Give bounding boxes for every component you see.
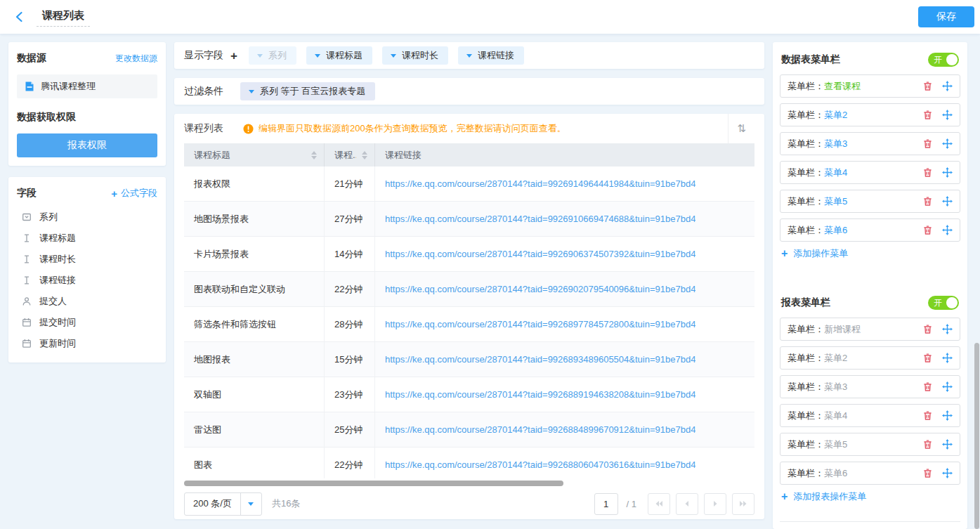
page-title[interactable]: 课程列表 [37,8,90,27]
page-input[interactable] [594,493,618,515]
select-field-icon [21,211,32,223]
move-icon[interactable] [942,381,953,392]
move-icon[interactable] [942,324,953,334]
delete-icon[interactable] [922,324,933,334]
add-report-menu-link[interactable]: + 添加报表操作菜单 [780,490,960,503]
move-icon[interactable] [942,138,953,149]
move-icon[interactable] [942,410,953,421]
delete-icon[interactable] [922,138,933,149]
menu-item[interactable]: 菜单栏： 菜单3 [780,132,960,155]
sort-arrows-icon[interactable] [306,151,317,159]
course-link[interactable]: https://ke.qq.com/course/2870144?taid=99… [385,249,695,259]
prev-page-button[interactable] [676,493,698,515]
menu-item[interactable]: 菜单栏： 菜单2 [780,346,960,370]
add-datatable-menu-link[interactable]: + 添加操作菜单 [780,247,960,260]
menu-item[interactable]: 菜单栏： 菜单3 [780,375,960,398]
back-button[interactable] [11,8,28,25]
data-access-title: 数据获取权限 [17,111,157,124]
move-icon[interactable] [942,353,953,363]
menu-item[interactable]: 菜单栏： 菜单2 [780,103,960,126]
menu-item[interactable]: 菜单栏： 菜单4 [780,161,960,184]
field-item[interactable]: 课程时长 [17,249,157,270]
chevron-down-icon[interactable] [240,493,261,515]
sort-toggle-button[interactable]: ⇅ [728,114,754,143]
text-field-icon [21,275,32,286]
last-page-button[interactable] [732,493,754,515]
course-link[interactable]: https://ke.qq.com/course/2870144?taid=99… [385,284,695,294]
table-row: 双轴图 23分钟 https://ke.qq.com/course/287014… [184,377,754,412]
menu-item[interactable]: 菜单栏： 菜单5 [780,190,960,213]
main-content: 显示字段 + 系列 课程标题 课程时长 课程链接 [174,42,764,519]
course-duration-cell: 27分钟 [325,202,375,236]
field-item[interactable]: 课程链接 [17,270,157,291]
move-icon[interactable] [942,81,953,91]
column-header[interactable]: 课程链接 [375,143,754,166]
delete-icon[interactable] [922,353,933,363]
delete-icon[interactable] [922,196,933,207]
move-icon[interactable] [942,439,953,450]
field-label: 系列 [39,211,58,223]
course-title-cell: 图表联动和自定义联动 [184,272,325,306]
field-item[interactable]: 课程标题 [17,228,157,249]
next-page-button[interactable] [704,493,726,515]
filter-condition-chip[interactable]: 系列 等于 百宝云报表专题 [240,82,375,100]
column-header[interactable]: 课程标题 [184,143,325,166]
vertical-scrollbar[interactable] [974,343,979,529]
menu-item[interactable]: 菜单栏： 菜单4 [780,404,960,427]
course-link[interactable]: https://ke.qq.com/course/2870144?taid=99… [385,354,695,365]
datatable-menu-toggle[interactable]: 开 [928,53,959,67]
menu-item[interactable]: 菜单栏： 菜单6 [780,218,960,242]
menu-item[interactable]: 菜单栏： 菜单6 [780,462,960,485]
sort-arrows-icon[interactable] [356,151,367,159]
datasource-item[interactable]: 腾讯课程整理 [17,74,157,98]
course-link[interactable]: https://ke.qq.com/course/2870144?taid=99… [385,214,695,224]
horizontal-scrollbar[interactable] [184,481,563,486]
report-permission-button[interactable]: 报表权限 [17,133,157,157]
move-icon[interactable] [942,468,953,478]
field-item[interactable]: 系列 [17,207,157,228]
delete-icon[interactable] [922,225,933,235]
report-menu-toggle[interactable]: 开 [928,296,959,310]
delete-icon[interactable] [922,110,933,120]
delete-icon[interactable] [922,167,933,178]
field-label: 课程标题 [39,232,76,244]
column-header[interactable]: 课程... [325,143,375,166]
move-icon[interactable] [942,225,953,235]
add-display-field-button[interactable]: + [229,50,239,62]
file-icon [24,81,35,92]
double-chevron-left-icon [655,499,663,508]
move-icon[interactable] [942,196,953,207]
delete-icon[interactable] [922,81,933,91]
display-field-chip[interactable]: 系列 [249,46,296,65]
table-row: 地图场景报表 27分钟 https://ke.qq.com/course/287… [184,202,754,237]
display-field-chip[interactable]: 课程时长 [382,46,448,65]
menu-item[interactable]: 菜单栏： 菜单5 [780,433,960,456]
first-page-button[interactable] [648,493,670,515]
course-link[interactable]: https://ke.qq.com/course/2870144?taid=99… [385,389,695,400]
field-item[interactable]: 更新时间 [17,333,157,354]
course-link[interactable]: https://ke.qq.com/course/2870144?taid=99… [385,424,695,435]
delete-icon[interactable] [922,439,933,450]
field-item[interactable]: 提交时间 [17,312,157,333]
move-icon[interactable] [942,110,953,120]
course-link[interactable]: https://ke.qq.com/course/2870144?taid=99… [385,178,695,189]
delete-icon[interactable] [922,468,933,478]
page-size-select[interactable]: 200 条/页 [184,492,262,516]
delete-icon[interactable] [922,381,933,392]
display-field-chip[interactable]: 课程标题 [306,46,372,65]
menu-item[interactable]: 菜单栏： 新增课程 [780,318,960,341]
display-field-chip[interactable]: 课程链接 [458,46,524,65]
menu-item[interactable]: 菜单栏： 查看课程 [780,74,960,98]
course-link[interactable]: https://ke.qq.com/course/2870144?taid=99… [385,319,695,329]
table-row: 地图报表 15分钟 https://ke.qq.com/course/28701… [184,342,754,377]
add-formula-field-link[interactable]: + 公式字段 [111,187,157,200]
delete-icon[interactable] [922,410,933,421]
change-datasource-link[interactable]: 更改数据源 [115,53,157,65]
save-button[interactable]: 保存 [918,6,974,27]
datasource-section-title: 数据源 [17,52,46,65]
course-link[interactable]: https://ke.qq.com/course/2870144?taid=99… [385,459,695,470]
field-item[interactable]: 提交人 [17,291,157,312]
date-field-icon [21,317,32,328]
move-icon[interactable] [942,167,953,178]
table-row: 卡片场景报表 14分钟 https://ke.qq.com/course/287… [184,237,754,272]
